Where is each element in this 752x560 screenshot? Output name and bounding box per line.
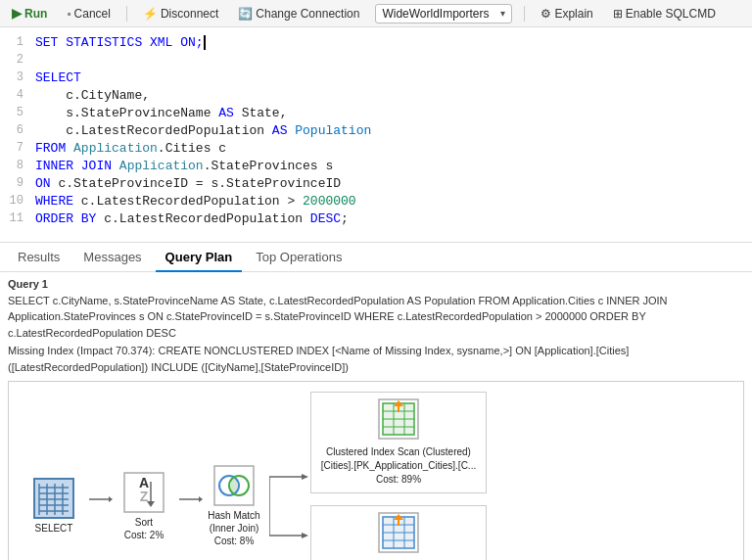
sort-label: SortCost: 2%	[124, 516, 164, 541]
svg-marker-18	[199, 496, 203, 502]
line-8: 8 INNER JOIN Application.StateProvinces …	[0, 157, 752, 174]
query-info: Query 1 SELECT c.CityName, s.StateProvin…	[8, 276, 744, 375]
plan-node-select[interactable]: SELECT	[24, 478, 83, 535]
editor[interactable]: 1 SET STATISTICS XML ON; 2 3 SELECT 4 c.…	[0, 27, 752, 243]
line-11: 11 ORDER BY c.LatestRecordedPopulation D…	[0, 210, 752, 227]
tab-topoperations[interactable]: Top Operations	[246, 244, 352, 272]
line-1: 1 SET STATISTICS XML ON;	[0, 33, 752, 51]
explain-button[interactable]: ⚙ Explain	[537, 5, 596, 23]
disconnect-button[interactable]: ⚡ Disconnect	[139, 5, 222, 23]
tab-results[interactable]: Results	[8, 244, 70, 272]
results-panel: Query 1 SELECT c.CityName, s.StateProvin…	[0, 272, 752, 560]
select-icon	[33, 478, 74, 519]
cancel-button[interactable]: ▪ Cancel	[63, 5, 115, 23]
separator-1	[126, 6, 127, 22]
toolbar: ▶ Run ▪ Cancel ⚡ Disconnect 🔄 Change Con…	[0, 0, 752, 27]
line-6: 6 c.LatestRecordedPopulation AS Populati…	[0, 121, 752, 139]
line-4: 4 c.CityName,	[0, 86, 752, 104]
run-button[interactable]: ▶ Run	[8, 4, 51, 23]
plan-node-sort[interactable]: A Z SortCost: 2%	[115, 472, 173, 541]
explain-icon: ⚙	[540, 7, 551, 21]
enable-sqlcmd-button[interactable]: ⊞ Enable SQLCMD	[609, 5, 720, 23]
hashmatch-label: Hash Match(Inner Join)Cost: 8%	[208, 509, 259, 547]
arrow-2	[179, 493, 203, 505]
change-connection-button[interactable]: 🔄 Change Connection	[234, 5, 363, 23]
line-7: 7 FROM Application.Cities c	[0, 139, 752, 157]
cancel-icon: ▪	[67, 7, 70, 21]
disconnect-icon: ⚡	[143, 7, 158, 21]
editor-lines: 1 SET STATISTICS XML ON; 2 3 SELECT 4 c.…	[0, 33, 752, 227]
tabs: Results Messages Query Plan Top Operatio…	[0, 243, 752, 272]
sqlcmd-icon: ⊞	[613, 7, 623, 21]
line-10: 10 WHERE c.LatestRecordedPopulation > 20…	[0, 192, 752, 210]
hashmatch-icon	[213, 465, 255, 506]
svg-marker-25	[302, 533, 308, 538]
line-9: 9 ON c.StateProvinceID = s.StateProvince…	[0, 174, 752, 192]
connection-dropdown[interactable]: WideWorldImporters ▾	[375, 4, 512, 23]
plan-diagram: SELECT A Z SortCost: 2%	[8, 381, 744, 560]
indexscan-icon	[378, 512, 419, 555]
svg-marker-11	[109, 496, 113, 502]
sort-icon: A Z	[123, 472, 164, 513]
plan-node-hashmatch[interactable]: Hash Match(Inner Join)Cost: 8%	[205, 465, 263, 547]
select-label: SELECT	[35, 522, 73, 535]
line-2: 2	[0, 51, 752, 69]
tab-queryplan[interactable]: Query Plan	[156, 244, 243, 272]
plan-node-indexscan[interactable]: Index Scan (NonClustered) [StateProvince…	[310, 505, 487, 560]
separator-2	[524, 6, 525, 22]
line-5: 5 s.StateProvinceName AS State,	[0, 104, 752, 121]
chevron-down-icon: ▾	[500, 8, 505, 19]
clustered-icon	[378, 398, 419, 442]
svg-marker-23	[302, 474, 308, 480]
line-3: 3 SELECT	[0, 69, 752, 86]
change-connection-icon: 🔄	[238, 7, 253, 21]
branch-arrows	[269, 447, 308, 560]
svg-text:Z: Z	[140, 489, 149, 504]
clustered-label: Clustered Index Scan (Clustered) [Cities…	[321, 445, 476, 487]
plan-node-clustered[interactable]: Clustered Index Scan (Clustered) [Cities…	[310, 392, 487, 493]
select-node-svg	[33, 478, 74, 519]
right-nodes: Clustered Index Scan (Clustered) [Cities…	[310, 392, 487, 560]
run-icon: ▶	[12, 6, 22, 21]
arrow-1	[89, 493, 113, 505]
svg-rect-0	[34, 479, 73, 518]
tab-messages[interactable]: Messages	[73, 244, 151, 272]
